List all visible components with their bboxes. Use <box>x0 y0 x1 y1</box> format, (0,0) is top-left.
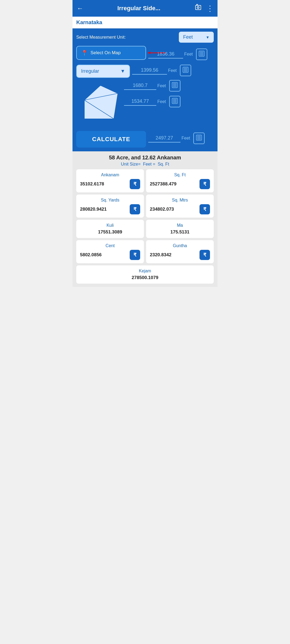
svg-rect-28 <box>172 98 177 104</box>
sqyards-card: Sq. Yards 280820.9421 ₹ <box>76 195 144 218</box>
red-arrow-decoration <box>148 49 169 57</box>
side-c-calc-button[interactable] <box>169 80 180 92</box>
results-grid: Ankanam 35102.6178 ₹ Sq. Ft 2527388.479 … <box>76 169 214 263</box>
side-c-unit: Feet <box>157 83 168 88</box>
svg-rect-33 <box>196 135 202 140</box>
side-d-calc-button[interactable] <box>169 96 180 107</box>
ankanam-value: 35102.6178 <box>80 181 104 187</box>
side-c-row: Feet <box>124 80 214 92</box>
input-section: 📍 Select On Map Feet <box>73 46 218 151</box>
side-a-calc-button[interactable] <box>196 49 207 60</box>
shape-dropdown[interactable]: Irregular ▼ <box>76 65 130 78</box>
cent-value: 5802.0856 <box>80 252 102 258</box>
side-b-calc-button[interactable] <box>180 65 191 76</box>
unit-dropdown[interactable]: Feet ▼ <box>179 32 214 43</box>
sqft-rupee-button[interactable]: ₹ <box>200 179 210 189</box>
select-on-map-button[interactable]: 📍 Select On Map <box>76 46 146 60</box>
app-header: ← Irregular Side... ⋮ <box>73 0 218 17</box>
side-b-input[interactable] <box>132 66 167 75</box>
cent-rupee-button[interactable]: ₹ <box>130 250 140 260</box>
diagonal-input[interactable] <box>148 134 180 142</box>
svg-marker-16 <box>84 85 118 119</box>
side-c-input[interactable] <box>124 82 156 90</box>
sqft-value: 2527388.479 <box>150 181 176 187</box>
kuli-value: 17551.3089 <box>98 229 122 235</box>
page-title: Irregular Side... <box>83 5 194 12</box>
sqft-card: Sq. Ft 2527388.479 ₹ <box>146 169 214 192</box>
side-d-unit: Feet <box>157 99 168 104</box>
ma-card: Ma 175.5131 <box>146 220 214 238</box>
svg-rect-11 <box>183 67 188 72</box>
shape-diagram: A B C D <box>76 80 122 127</box>
result-unit-text: Unit Size= Feet = Sq. Ft <box>76 162 214 167</box>
measurement-unit-row: Select Measurement Unit: Feet ▼ <box>73 28 218 46</box>
unit-label: Select Measurement Unit: <box>76 35 126 40</box>
guntha-rupee-button[interactable]: ₹ <box>200 250 210 260</box>
kejam-value: 278500.1079 <box>80 275 210 280</box>
ma-value: 175.5131 <box>171 229 190 235</box>
ankanam-card: Ankanam 35102.6178 ₹ <box>76 169 144 192</box>
diagonal-unit: Feet <box>182 136 192 141</box>
svg-point-3 <box>198 7 199 8</box>
screenshot-icon[interactable] <box>194 4 202 13</box>
ma-label: Ma <box>150 223 210 228</box>
sqyards-label: Sq. Yards <box>80 198 140 203</box>
cent-card: Cent 5802.0856 ₹ <box>76 240 144 263</box>
side-a-unit: Feet <box>184 52 195 57</box>
state-bar: Karnataka <box>73 17 218 28</box>
svg-rect-1 <box>197 4 198 5</box>
cent-label: Cent <box>80 243 140 248</box>
results-section: 58 Acre, and 12.62 Ankanam Unit Size= Fe… <box>73 151 218 287</box>
sqmtrs-rupee-button[interactable]: ₹ <box>200 204 210 214</box>
shape-chevron-icon: ▼ <box>120 68 125 74</box>
sqmtrs-value: 234802.073 <box>150 207 174 212</box>
shape-label: Irregular <box>81 68 99 74</box>
right-inputs: Feet Feet <box>124 80 214 109</box>
svg-rect-6 <box>199 51 204 56</box>
svg-text:D: D <box>79 116 83 121</box>
side-d-row: Feet <box>124 96 214 107</box>
more-options-icon[interactable]: ⋮ <box>206 4 213 13</box>
ankanam-label: Ankanam <box>80 173 140 177</box>
state-label: Karnataka <box>76 19 102 25</box>
svg-rect-23 <box>172 82 177 88</box>
guntha-label: Guntha <box>150 243 210 248</box>
svg-text:A: A <box>80 97 84 102</box>
guntha-value: 2320.8342 <box>150 252 171 258</box>
svg-marker-5 <box>148 52 150 54</box>
chevron-down-icon: ▼ <box>206 35 209 39</box>
sqyards-value: 280820.9421 <box>80 207 107 212</box>
kejam-card: Kejam 278500.1079 <box>76 265 214 284</box>
sqmtrs-label: Sq. Mtrs <box>150 198 210 203</box>
kejam-label: Kejam <box>80 269 210 273</box>
kuli-card: Kuli 17551.3089 <box>76 220 144 238</box>
ankanam-rupee-button[interactable]: ₹ <box>130 179 140 189</box>
sqmtrs-card: Sq. Mtrs 234802.073 ₹ <box>146 195 214 218</box>
svg-text:C: C <box>114 119 117 123</box>
back-button[interactable]: ← <box>77 5 83 12</box>
side-d-input[interactable] <box>124 97 156 106</box>
side-b-unit: Feet <box>168 68 179 73</box>
sqft-label: Sq. Ft <box>150 173 210 177</box>
calculate-button[interactable]: CALCULATE <box>76 131 146 148</box>
diagonal-calc-button[interactable] <box>193 133 205 144</box>
select-map-label: Select On Map <box>90 50 121 56</box>
map-pin-icon: 📍 <box>81 50 88 56</box>
guntha-card: Guntha 2320.8342 ₹ <box>146 240 214 263</box>
shape-inputs-area: A B C D Feet <box>76 80 214 127</box>
sqyards-rupee-button[interactable]: ₹ <box>130 204 140 214</box>
result-main-text: 58 Acre, and 12.62 Ankanam <box>76 155 214 161</box>
kuli-label: Kuli <box>80 223 140 228</box>
unit-value: Feet <box>183 34 193 40</box>
svg-text:B: B <box>100 80 104 85</box>
